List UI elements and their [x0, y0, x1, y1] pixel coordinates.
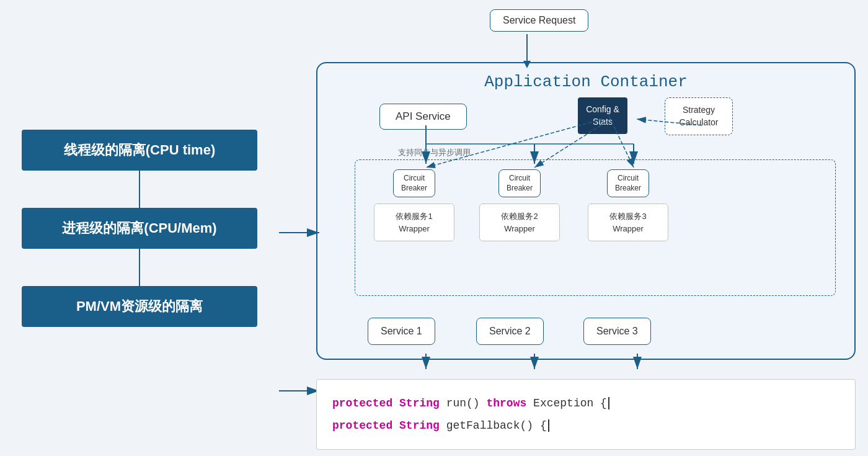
wrapper-3-label: Wrapper: [598, 223, 658, 235]
dep-service-3-label: 依赖服务3: [598, 210, 658, 223]
level3-box: PM/VM资源级的隔离: [22, 286, 257, 327]
service-1-box: Service 1: [368, 318, 435, 345]
cursor-1: [608, 397, 609, 409]
code-line-1: protected String run() throws Exception …: [332, 392, 839, 414]
kw-protected-2: protected: [332, 419, 392, 432]
service-3-box: Service 3: [583, 318, 651, 345]
app-container-label: Application Container: [484, 73, 688, 91]
strategy-calc-line2: Calculator: [679, 117, 718, 127]
wrapper-2-label: Wrapper: [489, 223, 550, 235]
wrapper-section-1: CircuitBreaker 依赖服务1 Wrapper: [374, 169, 454, 241]
inner-dashed-box: CircuitBreaker 依赖服务1 Wrapper CircuitBrea…: [355, 159, 836, 296]
dep-service-2-label: 依赖服务2: [489, 210, 550, 223]
wrapper-1-label: Wrapper: [384, 223, 445, 235]
app-container: Application Container API Service Config…: [316, 62, 856, 360]
right-panel: Service Request Application Container AP…: [279, 0, 868, 456]
cursor-2: [548, 419, 549, 432]
code-exception-1: Exception {: [533, 397, 607, 409]
arrow-up-2: [139, 249, 140, 286]
service-wrapper-2: 依赖服务2 Wrapper: [479, 203, 560, 241]
api-service-box: API Service: [379, 104, 467, 130]
code-rest-1: run(): [446, 397, 487, 409]
strategy-calc-box: Strategy Calculator: [665, 97, 733, 135]
sync-label: 支持同步与异步调用: [398, 147, 471, 158]
circuit-breaker-1: CircuitBreaker: [393, 169, 435, 197]
left-panel: 线程级的隔离(CPU time) 进程级的隔离(CPU/Mem) PM/VM资源…: [0, 0, 279, 456]
code-block: protected String run() throws Exception …: [316, 379, 856, 450]
circuit-breaker-3: CircuitBreaker: [607, 169, 649, 197]
strategy-calc-line1: Strategy: [683, 105, 715, 115]
code-rest-2: getFallback() {: [446, 419, 547, 432]
kw-throws-1: throws: [486, 397, 526, 409]
wrapper-section-2: CircuitBreaker 依赖服务2 Wrapper: [479, 169, 560, 241]
config-stats-box: Config & Stats: [578, 97, 627, 134]
dep-service-1-label: 依赖服务1: [384, 210, 445, 223]
code-line-2: protected String getFallback() {: [332, 414, 839, 437]
service-wrapper-3: 依赖服务3 Wrapper: [588, 203, 668, 241]
main-container: 线程级的隔离(CPU time) 进程级的隔离(CPU/Mem) PM/VM资源…: [0, 0, 868, 456]
kw-type-1: String: [399, 397, 440, 409]
config-stats-line1: Config &: [586, 104, 619, 114]
config-stats-line2: Stats: [593, 117, 613, 127]
kw-type-2: String: [399, 419, 440, 432]
wrapper-section-3: CircuitBreaker 依赖服务3 Wrapper: [588, 169, 668, 241]
circuit-breaker-2: CircuitBreaker: [498, 169, 541, 197]
arrow-up-1: [139, 171, 140, 208]
service-2-box: Service 2: [476, 318, 544, 345]
kw-protected-1: protected: [332, 397, 392, 409]
service-wrapper-1: 依赖服务1 Wrapper: [374, 203, 454, 241]
service-request-box: Service Request: [490, 9, 588, 32]
